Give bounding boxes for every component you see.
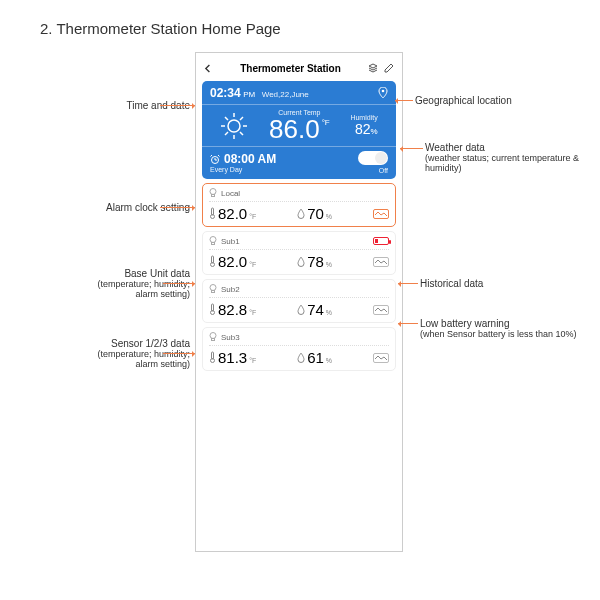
sun-icon: [220, 112, 248, 140]
card-name: Sub2: [221, 285, 240, 294]
location-pin-icon[interactable]: [378, 87, 388, 99]
ann-batt-sub: (when Sensor battery is less than 10%): [420, 329, 577, 339]
thermometer-icon: [209, 303, 216, 315]
current-temp: Current Temp 86.0°F: [269, 109, 330, 142]
svg-line-9: [240, 117, 243, 120]
lightbulb-icon: [209, 236, 217, 246]
temp-label: Current Temp: [278, 109, 320, 116]
svg-rect-16: [212, 243, 215, 245]
layers-icon[interactable]: [368, 63, 378, 73]
svg-rect-21: [212, 304, 214, 311]
droplet-icon: [297, 257, 305, 267]
back-icon[interactable]: [204, 64, 213, 73]
ann-batt: Low battery warning(when Sensor battery …: [420, 318, 577, 339]
humidity-unit: %: [371, 127, 378, 136]
app-header: Thermometer Station: [202, 59, 396, 77]
ann-weather-sub: (weather status; current temperature & h…: [425, 153, 600, 173]
card-hum-unit: %: [326, 261, 332, 268]
card-temp: 82.8: [218, 301, 247, 318]
sensor-card[interactable]: Sub182.0°F78%: [202, 231, 396, 275]
date-value: Wed,22,June: [262, 90, 309, 99]
time-ampm: PM: [243, 90, 255, 99]
phone-screen: Thermometer Station 02:34 PM Wed,22,June…: [195, 52, 403, 552]
lightbulb-icon: [209, 284, 217, 294]
edit-icon[interactable]: [384, 63, 394, 73]
card-hum: 78: [307, 253, 324, 270]
sensor-list: Local82.0°F70%Sub182.0°F78%Sub282.8°F74%…: [202, 183, 396, 375]
alarm-clock-icon: [210, 154, 220, 164]
svg-point-19: [210, 285, 216, 291]
current-humidity: Humidity 82%: [350, 114, 377, 137]
humidity-label: Humidity: [350, 114, 377, 121]
svg-line-7: [240, 132, 243, 135]
humidity-value: 82: [355, 121, 371, 137]
alarm-toggle[interactable]: [358, 151, 388, 165]
droplet-icon: [297, 353, 305, 363]
clock-time: 02:34 PM Wed,22,June: [210, 86, 309, 100]
card-name: Sub1: [221, 237, 240, 246]
card-hum-unit: %: [326, 213, 332, 220]
time-value: 02:34: [210, 86, 241, 100]
svg-point-0: [382, 90, 385, 93]
page-title: Thermometer Station: [240, 63, 341, 74]
lightbulb-icon: [209, 332, 217, 342]
card-hum: 74: [307, 301, 324, 318]
svg-rect-24: [212, 339, 215, 341]
history-chart-icon[interactable]: [373, 257, 389, 267]
history-chart-icon[interactable]: [373, 209, 389, 219]
card-temp: 82.0: [218, 253, 247, 270]
sensor-card[interactable]: Local82.0°F70%: [202, 183, 396, 227]
card-temp-unit: °F: [249, 261, 256, 268]
card-temp-unit: °F: [249, 309, 256, 316]
ann-base-sub: (temperature; humidity; alarm setting): [85, 279, 190, 299]
svg-point-1: [228, 120, 240, 132]
ann-hist: Historical data: [420, 278, 483, 289]
temp-value: 86.0: [269, 116, 320, 142]
thermometer-icon: [209, 255, 216, 267]
svg-point-15: [210, 237, 216, 243]
ann-weather: Weather data(weather status; current tem…: [425, 142, 600, 173]
svg-rect-12: [212, 195, 215, 197]
datetime-row: 02:34 PM Wed,22,June: [210, 86, 388, 100]
card-temp-unit: °F: [249, 357, 256, 364]
temp-unit: °F: [322, 118, 330, 127]
low-battery-icon: [373, 237, 389, 245]
card-hum: 70: [307, 205, 324, 222]
svg-point-11: [210, 189, 216, 195]
sensor-card[interactable]: Sub282.8°F74%: [202, 279, 396, 323]
card-name: Local: [221, 189, 240, 198]
card-temp: 81.3: [218, 349, 247, 366]
card-hum-unit: %: [326, 309, 332, 316]
droplet-icon: [297, 209, 305, 219]
lightbulb-icon: [209, 188, 217, 198]
card-temp: 82.0: [218, 205, 247, 222]
svg-rect-25: [212, 352, 214, 359]
svg-point-23: [210, 333, 216, 339]
svg-line-6: [225, 117, 228, 120]
card-hum-unit: %: [326, 357, 332, 364]
thermometer-icon: [209, 207, 216, 219]
svg-rect-13: [212, 208, 214, 215]
history-chart-icon[interactable]: [373, 353, 389, 363]
ann-geo: Geographical location: [415, 95, 512, 106]
svg-rect-20: [212, 291, 215, 293]
alarm-repeat: Every Day: [210, 166, 276, 173]
alarm-row[interactable]: 08:00 AM Every Day Off: [210, 151, 388, 174]
alarm-time: 08:00 AM: [224, 152, 276, 166]
card-name: Sub3: [221, 333, 240, 342]
thermometer-icon: [209, 351, 216, 363]
svg-line-8: [225, 132, 228, 135]
weather-panel: 02:34 PM Wed,22,June Current Temp 86.0°F…: [202, 81, 396, 179]
card-hum: 61: [307, 349, 324, 366]
doc-section-title: 2. Thermometer Station Home Page: [40, 20, 281, 37]
svg-rect-17: [212, 256, 214, 263]
droplet-icon: [297, 305, 305, 315]
alarm-state: Off: [379, 167, 388, 174]
weather-row: Current Temp 86.0°F Humidity 82%: [210, 109, 388, 142]
ann-sensor-sub: (temperature; humidity; alarm setting): [75, 349, 190, 369]
history-chart-icon[interactable]: [373, 305, 389, 315]
sensor-card[interactable]: Sub381.3°F61%: [202, 327, 396, 371]
card-temp-unit: °F: [249, 213, 256, 220]
